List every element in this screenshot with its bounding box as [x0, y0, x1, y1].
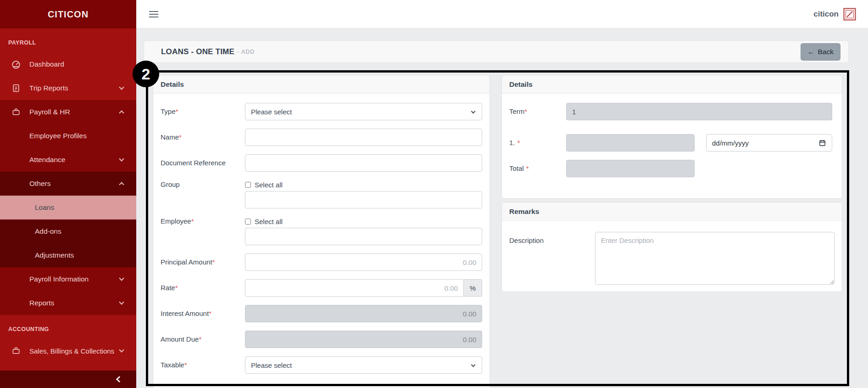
group-multiselect[interactable]: [245, 191, 482, 208]
interest-amount-input: [245, 305, 482, 322]
sidebar-item-label: Employee Profiles: [29, 132, 87, 140]
rate-input[interactable]: [245, 279, 464, 297]
chevron-up-icon: [119, 182, 124, 187]
field-row-type: Type* Please select: [161, 103, 482, 120]
details-left-title: Details: [153, 75, 490, 94]
company-logo-icon: [843, 8, 856, 21]
field-row-rate: Rate* %: [161, 279, 482, 297]
sidebar-item-adjustments[interactable]: Adjustments: [0, 243, 136, 267]
briefcase-icon: [11, 107, 21, 117]
type-select[interactable]: Please select: [245, 103, 482, 120]
document-reference-input[interactable]: [245, 154, 482, 172]
sidebar-item-label: Adjustments: [35, 251, 74, 259]
field-row-group: Group Select all: [161, 180, 482, 208]
sidebar-toggle-button[interactable]: [149, 9, 158, 19]
sidebar-item-label: Reports: [29, 299, 54, 307]
sidebar-section-payroll: PAYROLL: [0, 28, 136, 52]
field-row-document-reference: Document Reference: [161, 154, 482, 172]
field-row-installment-1: 1.* dd/mm/yyyy: [509, 134, 835, 152]
chevron-down-icon: [119, 84, 124, 90]
chevron-up-icon: [119, 110, 124, 115]
field-row-name: Name*: [161, 129, 482, 146]
remarks-card: Remarks Description: [501, 202, 842, 292]
sidebar-item-sales-billings-collections[interactable]: Sales, Billings & Collections: [0, 339, 136, 363]
field-row-description: Description: [509, 230, 835, 285]
sidebar-item-reports[interactable]: Reports: [0, 291, 136, 315]
chevron-down-icon: [471, 109, 476, 114]
chevron-down-icon: [119, 156, 124, 161]
sidebar-item-payroll-hr[interactable]: Payroll & HR: [0, 100, 136, 124]
sidebar-item-label: Dashboard: [29, 60, 64, 68]
field-row-total: Total*: [509, 160, 835, 177]
chevron-left-icon: [116, 376, 122, 382]
employee-multiselect[interactable]: [245, 228, 482, 245]
details-right-card: Details Term* 1.* dd/mm/yyyy T: [501, 75, 842, 199]
amount-due-input: [245, 331, 482, 348]
field-row-term: Term*: [509, 103, 835, 120]
description-label: Description: [509, 232, 595, 245]
installment-date-input[interactable]: dd/mm/yyyy: [706, 134, 832, 152]
sidebar-item-loans[interactable]: Loans: [0, 196, 136, 219]
remarks-title: Remarks: [502, 202, 842, 221]
chevron-down-icon: [471, 363, 476, 367]
details-right-title: Details: [502, 75, 842, 94]
sidebar-item-label: Loans: [35, 203, 54, 212]
group-select-all-checkbox[interactable]: [245, 182, 251, 188]
sidebar-collapse-bar[interactable]: [0, 371, 136, 388]
percent-suffix: %: [464, 279, 482, 297]
taxable-select[interactable]: Please select: [245, 356, 482, 374]
sidebar-item-label: Add-ons: [35, 227, 61, 236]
employee-select-all-checkbox[interactable]: [245, 219, 251, 225]
sidebar-item-payroll-information[interactable]: Payroll Information: [0, 267, 136, 291]
sidebar-item-attendance[interactable]: Attendance: [0, 148, 136, 172]
topbar-brand-text: citicon: [813, 10, 839, 19]
sidebar-item-label: Others: [29, 180, 51, 188]
document-icon: [11, 83, 21, 93]
back-arrow-icon: ←: [807, 48, 815, 56]
sidebar-brand-header: CITICON: [0, 0, 136, 28]
page-title: LOANS - ONE TIME: [161, 47, 234, 56]
dashboard-icon: [11, 59, 21, 69]
sidebar-item-others[interactable]: Others: [0, 172, 136, 196]
page-header: LOANS - ONE TIME - ADD ← Back: [144, 40, 849, 63]
field-row-employee: Employee* Select all: [161, 217, 482, 245]
sidebar-item-label: Trip Reports: [29, 84, 68, 92]
sidebar-item-trip-reports[interactable]: Trip Reports: [0, 76, 136, 100]
chevron-down-icon: [119, 299, 124, 304]
field-row-principal-amount: Principal Amount*: [161, 253, 482, 271]
sidebar-item-label: Payroll & HR: [29, 108, 70, 116]
page-subtitle: - ADD: [237, 49, 255, 55]
total-input: [566, 160, 695, 177]
sidebar-item-label: Attendance: [29, 156, 65, 164]
back-button[interactable]: ← Back: [801, 43, 840, 61]
calendar-icon[interactable]: [818, 139, 826, 147]
term-input: [566, 103, 832, 120]
brand-logo-text: CITICON: [48, 9, 89, 20]
description-textarea[interactable]: [595, 232, 835, 285]
field-row-taxable: Taxable* Please select: [161, 356, 482, 374]
sidebar-item-label: Payroll Information: [29, 275, 89, 283]
sidebar-item-dashboard[interactable]: Dashboard: [0, 52, 136, 76]
sidebar-item-add-ons[interactable]: Add-ons: [0, 219, 136, 243]
chevron-down-icon: [119, 276, 124, 281]
principal-amount-input[interactable]: [245, 253, 482, 271]
briefcase-icon: [11, 346, 21, 356]
name-input[interactable]: [245, 129, 482, 146]
chevron-down-icon: [119, 347, 124, 352]
details-left-card: Details Type* Please select Name* Docume…: [153, 75, 490, 388]
installment-amount-input: [566, 134, 695, 152]
field-row-amount-due: Amount Due*: [161, 331, 482, 348]
sidebar-item-label: Sales, Billings & Collections: [29, 347, 114, 355]
topbar: citicon: [136, 0, 868, 28]
sidebar-section-accounting: ACCOUNTING: [0, 315, 136, 339]
sidebar: CITICON PAYROLL Dashboard Trip Reports P…: [0, 0, 136, 388]
field-row-interest-amount: Interest Amount*: [161, 305, 482, 322]
sidebar-item-employee-profiles[interactable]: Employee Profiles: [0, 124, 136, 148]
